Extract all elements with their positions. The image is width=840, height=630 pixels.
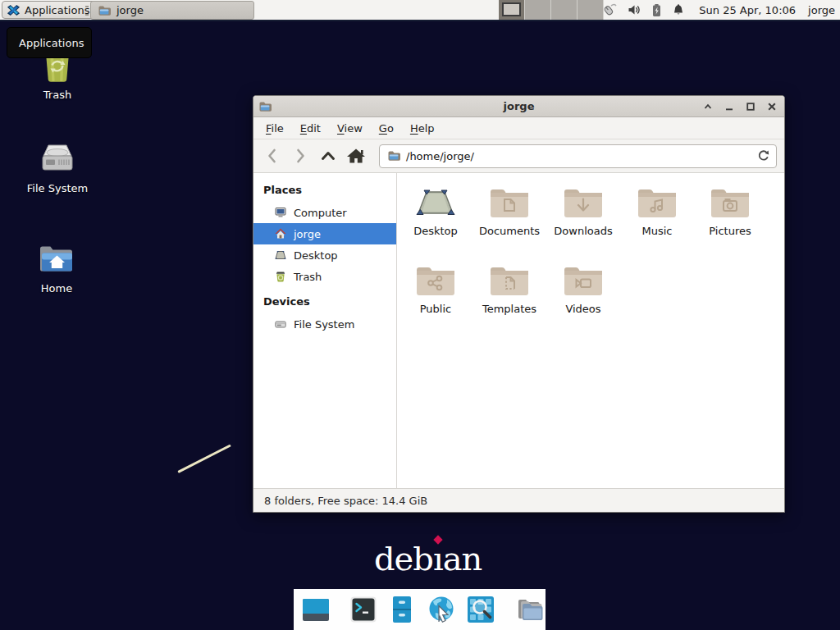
forward-button[interactable] [289,144,312,167]
file-item-label: Documents [479,225,540,237]
statusbar: 8 folders, Free space: 14.4 GiB [253,488,784,512]
file-item-documents[interactable]: Documents [474,185,545,237]
system-tray: Sun 25 Apr, 10:06 jorge [601,0,835,20]
directory-menu-icon[interactable] [514,595,545,624]
sidebar-item-trash[interactable]: Trash [253,266,396,287]
sidebar-places-header: Places [253,179,396,202]
music-folder-icon [636,185,678,221]
workspace-window-preview [502,2,521,16]
file-item-music[interactable]: Music [622,185,692,237]
workspace-4[interactable] [578,0,604,20]
file-item-downloads[interactable]: Downloads [548,185,619,237]
file-item-label: Music [642,225,673,237]
desktop-icon-label: File System [27,182,88,194]
file-item-desktop[interactable]: Desktop [400,185,471,237]
sidebar-item-label: Trash [294,271,322,283]
tooltip-text: Applications [19,37,84,49]
applications-menu-button[interactable]: Applications [2,1,97,19]
sidebar-item-label: jorge [294,228,321,240]
file-view[interactable]: Desktop Documents [397,173,784,488]
desktop-icon-label: Trash [43,89,71,101]
file-item-label: Templates [482,303,536,315]
sidebar-item-file-system[interactable]: File System [253,313,396,335]
desktop-icon-home[interactable]: Home [11,243,102,294]
documents-folder-icon [488,185,531,221]
bottom-dock [294,589,546,630]
up-button[interactable] [317,144,340,167]
workspace-3[interactable] [551,0,578,20]
application-finder-icon[interactable] [466,595,495,624]
menubar: File Edit View Go Help [253,117,784,139]
taskbar-window-button[interactable]: jorge [90,1,254,20]
home-folder-icon [37,243,76,277]
menu-file[interactable]: File [258,119,291,138]
terminal-icon[interactable] [349,595,378,624]
sidebar-item-desktop[interactable]: Desktop [253,244,396,266]
show-desktop-icon[interactable] [301,595,331,624]
downloads-folder-icon [562,185,605,221]
file-item-label: Downloads [554,225,612,237]
volume-icon[interactable] [627,3,641,16]
panel-username[interactable]: jorge [805,4,835,16]
debian-logo: debıan [374,540,482,578]
menu-view[interactable]: View [330,119,370,138]
top-panel: Applications jorge [0,0,840,21]
computer-icon [273,206,287,219]
workspace-1[interactable] [499,0,525,20]
applications-menu-label: Applications [25,4,89,16]
path-bar[interactable]: /home/jorge/ [379,144,777,168]
reload-button[interactable] [756,148,771,163]
titlebar[interactable]: jorge [253,96,784,117]
status-text: 8 folders, Free space: 14.4 GiB [264,495,427,507]
file-manager-window: jorge File Edit View Go Help [253,95,785,513]
path-folder-icon [387,149,400,162]
mouse-icon[interactable] [601,2,618,17]
debian-logo-text: deb [374,540,433,578]
file-item-label: Videos [565,303,600,315]
templates-folder-icon [488,262,531,299]
maximize-button[interactable] [743,99,758,114]
sidebar-item-label: Computer [294,207,347,219]
pictures-folder-icon [709,185,751,221]
sidebar-item-jorge[interactable]: jorge [253,223,396,244]
web-browser-icon[interactable] [426,595,457,624]
applications-tooltip: Applications [7,27,92,58]
file-item-public[interactable]: Public [400,262,471,315]
home-icon [273,227,287,240]
desktop-icon-label: Home [41,282,72,294]
workspace-pager [499,0,604,20]
minimize-button[interactable] [722,99,737,114]
videos-folder-icon [562,262,605,299]
workspace-2[interactable] [525,0,551,20]
panel-separator-handle [85,6,89,16]
bell-icon[interactable] [672,3,685,17]
panel-clock[interactable]: Sun 25 Apr, 10:06 [694,4,796,16]
xfce-applications-icon [7,3,21,17]
menu-go[interactable]: Go [372,119,401,138]
desktop-item-icon [414,185,457,221]
desktop-icon-file-system[interactable]: File System [12,139,103,194]
sidebar: Places Computer [253,173,397,488]
toolbar: /home/jorge/ [253,139,784,173]
sidebar-item-computer[interactable]: Computer [253,202,396,223]
file-item-pictures[interactable]: Pictures [695,185,765,237]
shade-button[interactable] [701,99,715,114]
harddrive-icon [38,139,77,177]
menu-edit[interactable]: Edit [293,119,328,138]
battery-charging-icon[interactable] [651,3,663,17]
trash-icon [273,270,287,283]
path-input[interactable]: /home/jorge/ [406,150,751,162]
file-item-label: Pictures [709,225,751,237]
back-button[interactable] [261,144,284,167]
stray-line-artifact [177,444,231,472]
drive-icon [273,317,287,331]
file-item-label: Desktop [413,225,458,237]
home-button[interactable] [345,144,368,167]
sidebar-item-label: File System [294,318,354,331]
desktop-icon [273,249,287,262]
file-cabinet-icon[interactable] [387,595,417,624]
file-item-videos[interactable]: Videos [548,262,619,315]
menu-help[interactable]: Help [403,119,442,138]
file-item-templates[interactable]: Templates [474,262,545,315]
close-button[interactable] [765,99,779,114]
